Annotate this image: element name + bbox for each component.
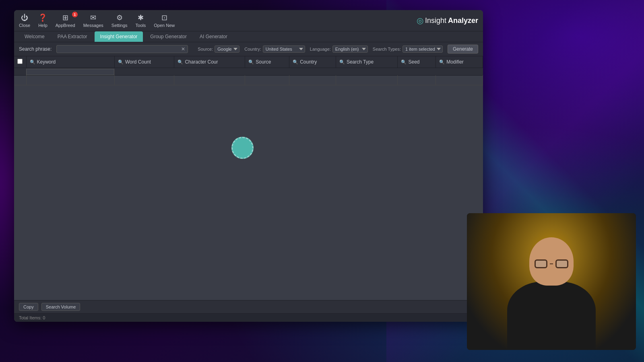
word-count-search-icon[interactable]: 🔍: [118, 60, 124, 65]
webcam-overlay: [467, 213, 636, 350]
language-label: Language:: [310, 47, 331, 51]
status-bar: Total Items: 0: [14, 313, 483, 322]
appbreed-icon: ⊞: [62, 13, 68, 22]
search-type-col-label: Search Type: [347, 59, 374, 65]
source-label: Source:: [198, 47, 213, 51]
source-search-icon[interactable]: 🔍: [248, 60, 254, 65]
app-logo: ◎ Insight Analyzer: [417, 16, 478, 25]
country-col-label: Country: [300, 59, 317, 65]
toolbar-settings[interactable]: ⚙ Settings: [111, 13, 128, 28]
tab-group-generator[interactable]: Group Generator: [144, 31, 192, 42]
table-row: [14, 76, 483, 85]
tab-ai-generator[interactable]: AI Generator: [194, 31, 233, 42]
appbreed-badge: 1: [72, 12, 78, 17]
country-col: 🔍 Country: [289, 56, 336, 68]
search-input[interactable]: [58, 46, 180, 52]
word-count-col: 🔍 Word Count: [114, 56, 174, 68]
search-bar: Search phrase: ✕ Source: Google Bing Yah…: [14, 42, 483, 56]
search-type-col: 🔍 Search Type: [336, 56, 398, 68]
total-items-label: Total Items: 0: [19, 315, 45, 320]
table-header: 🔍 Keyword 🔍 Word Count 🔍 Charac: [14, 56, 483, 76]
copy-button[interactable]: Copy: [19, 303, 38, 311]
source-select[interactable]: Google Bing Yahoo: [215, 45, 239, 53]
select-all-col: [14, 56, 26, 68]
modifier-col-label: Modifier: [446, 59, 464, 65]
logo-insight: Insight: [425, 16, 446, 25]
controls-row: Source: Google Bing Yahoo Country: Unite…: [198, 45, 478, 53]
tab-insight-generator[interactable]: Insight Generator: [95, 31, 143, 42]
person-head: [529, 237, 574, 286]
language-control: Language: English (en) Spanish (es): [310, 45, 368, 53]
data-table: 🔍 Keyword 🔍 Word Count 🔍 Charac: [14, 56, 483, 85]
logo-analyzer: Analyzer: [448, 16, 478, 25]
keyword-search-icon[interactable]: 🔍: [30, 60, 35, 65]
keyword-col: 🔍 Keyword: [26, 56, 114, 68]
open-new-icon: ⊡: [161, 13, 167, 22]
glass-frame-left: [535, 259, 547, 268]
toolbar-open-new-label: Open New: [154, 23, 175, 28]
char-count-search-icon[interactable]: 🔍: [178, 60, 183, 65]
person-body: [507, 282, 596, 350]
country-control: Country: United States United Kingdom Ca…: [244, 45, 305, 53]
bottom-bar: Copy Search Volume: [14, 300, 483, 313]
table-body: [14, 76, 483, 85]
glass-frame-right: [555, 259, 568, 268]
search-volume-button[interactable]: Search Volume: [41, 303, 80, 311]
toolbar-messages[interactable]: ✉ Messages: [83, 13, 103, 28]
toolbar-help[interactable]: ❓ Help: [38, 13, 47, 28]
toolbar-close[interactable]: ⏻ Close: [19, 14, 30, 28]
tab-paa-extractor[interactable]: PAA Extractor: [52, 31, 93, 42]
country-search-icon[interactable]: 🔍: [293, 60, 298, 65]
loading-spinner: [231, 137, 254, 159]
word-count-col-label: Word Count: [125, 59, 151, 65]
search-clear-button[interactable]: ✕: [180, 46, 186, 52]
keyword-filter-input[interactable]: [26, 69, 114, 75]
char-count-col: 🔍 Character Cour: [174, 56, 245, 68]
logo-icon: ◎: [417, 16, 423, 25]
modifier-col: 🔍 Modifier: [436, 56, 483, 68]
filter-row: [14, 68, 483, 76]
settings-icon: ⚙: [116, 13, 123, 22]
app-window: ⏻ Close ❓ Help ⊞ 1 AppBreed ✉ Messages ⚙…: [14, 10, 483, 322]
help-icon: ❓: [38, 13, 47, 22]
char-count-col-label: Character Cour: [185, 59, 218, 65]
person-silhouette: [495, 229, 608, 350]
messages-icon: ✉: [90, 13, 96, 22]
toolbar-tools[interactable]: ✱ Tools: [136, 13, 146, 28]
generate-button[interactable]: Generate: [448, 45, 478, 53]
seed-col-label: Seed: [408, 59, 419, 65]
country-select[interactable]: United States United Kingdom Canada: [263, 45, 305, 53]
source-col-label: Source: [256, 59, 271, 65]
language-select[interactable]: English (en) Spanish (es): [332, 45, 368, 53]
modifier-search-icon[interactable]: 🔍: [439, 60, 445, 65]
table-container[interactable]: 🔍 Keyword 🔍 Word Count 🔍 Charac: [14, 56, 483, 300]
keyword-col-label: Keyword: [37, 59, 56, 65]
glass-bridge: [550, 263, 553, 264]
power-icon: ⏻: [21, 14, 28, 22]
loading-spinner-container: [231, 137, 254, 159]
toolbar-close-label: Close: [19, 23, 30, 28]
seed-search-icon[interactable]: 🔍: [401, 60, 407, 65]
select-all-checkbox[interactable]: [17, 59, 23, 64]
glasses: [535, 259, 568, 268]
toolbar-open-new[interactable]: ⊡ Open New: [154, 13, 175, 28]
seed-col: 🔍 Seed: [398, 56, 436, 68]
toolbar-appbreed[interactable]: ⊞ 1 AppBreed: [56, 13, 75, 28]
toolbar-messages-label: Messages: [83, 23, 103, 28]
search-types-select[interactable]: 1 item selected: [402, 45, 443, 53]
toolbar-settings-label: Settings: [111, 23, 128, 28]
country-label: Country:: [244, 47, 261, 51]
webcam-person: [467, 213, 636, 350]
source-control: Source: Google Bing Yahoo: [198, 45, 239, 53]
title-bar: ⏻ Close ❓ Help ⊞ 1 AppBreed ✉ Messages ⚙…: [14, 10, 483, 31]
search-input-wrapper[interactable]: ✕: [56, 45, 188, 53]
tab-welcome[interactable]: Welcome: [19, 31, 50, 42]
search-type-search-icon[interactable]: 🔍: [339, 60, 345, 65]
tools-icon: ✱: [138, 13, 144, 22]
toolbar-appbreed-label: AppBreed: [56, 23, 75, 28]
toolbar-help-label: Help: [38, 23, 47, 28]
toolbar-tools-label: Tools: [136, 23, 146, 28]
nav-tabs: Welcome PAA Extractor Insight Generator …: [14, 31, 483, 42]
search-phrase-label: Search phrase:: [19, 46, 52, 52]
search-types-control: Search Types: 1 item selected: [373, 45, 443, 53]
